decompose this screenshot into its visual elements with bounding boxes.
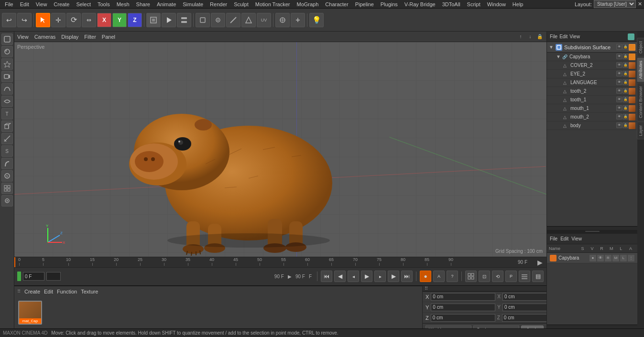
menu-edit[interactable]: Edit: [17, 1, 32, 8]
move-tool[interactable]: ✛: [51, 13, 65, 27]
coord-x-input2[interactable]: [502, 293, 546, 301]
sidebar-mode-material[interactable]: [1, 46, 13, 57]
lang-lock[interactable]: 🔒: [622, 79, 628, 85]
snap-tool[interactable]: [275, 13, 290, 27]
uv-mode[interactable]: UV: [257, 13, 271, 27]
lights-btn[interactable]: 💡: [309, 13, 324, 27]
mouth2-lock[interactable]: 🔒: [622, 114, 628, 120]
next-frame-btn[interactable]: ▸: [374, 271, 386, 282]
current-frame-input[interactable]: [23, 272, 44, 281]
sidebar-mode-paint[interactable]: S: [1, 170, 13, 182]
menu-mograph[interactable]: MoGraph: [294, 1, 321, 8]
menu-simulate[interactable]: Simulate: [180, 1, 206, 8]
attr-a-btn[interactable]: ⋮: [628, 255, 634, 261]
attr-capybara-row[interactable]: Capybara ● 👁 R M L ⋮: [547, 253, 637, 263]
coord-z-input2[interactable]: [502, 314, 546, 322]
body-lock[interactable]: 🔒: [622, 122, 628, 128]
cap-vis[interactable]: 👁: [616, 54, 622, 59]
sidebar-mode-tag[interactable]: T: [1, 108, 13, 120]
tooth1-lock[interactable]: 🔒: [622, 97, 628, 102]
viewport-icon-2[interactable]: ↓: [526, 33, 534, 41]
tree-tooth2[interactable]: △ tooth_2 👁 🔒: [547, 87, 637, 96]
poly-mode[interactable]: [241, 13, 256, 27]
subdivision-row[interactable]: ▼ Subdivision Surface 👁 🔒: [547, 42, 637, 53]
zaxis-btn[interactable]: Z: [128, 13, 142, 27]
sidebar-mode-deformer[interactable]: [1, 96, 13, 107]
lang-vis[interactable]: 👁: [616, 79, 622, 85]
menu-vray[interactable]: V-Ray Bridge: [402, 1, 438, 8]
viewport[interactable]: Z Y X Perspective Grid Spacing : 100 cm: [14, 42, 546, 257]
menu-plugins[interactable]: Plugins: [378, 1, 401, 8]
render-queue[interactable]: [177, 13, 191, 27]
tree-capybara[interactable]: ▼ 🔗 Capybara 👁 🔒: [547, 53, 637, 61]
expand-btn[interactable]: ▤: [532, 271, 544, 282]
goto-end-btn[interactable]: ⏭: [401, 271, 413, 282]
attr-l-btn[interactable]: L: [620, 255, 627, 261]
sidebar-mode-measure[interactable]: [1, 133, 13, 144]
material-item[interactable]: mat_Cap: [18, 301, 42, 325]
redo-button[interactable]: ↪: [17, 13, 32, 27]
scale-tool[interactable]: ⇔: [82, 13, 96, 27]
menu-character[interactable]: Character: [322, 1, 351, 8]
menu-3dtoall[interactable]: 3DToAll: [439, 1, 463, 8]
mat-menu-edit[interactable]: Edit: [44, 289, 53, 294]
edge-mode[interactable]: [226, 13, 240, 27]
scene-menu-file[interactable]: File: [550, 34, 557, 39]
subdiv-vis-btn[interactable]: 👁: [616, 44, 622, 50]
attr-menu-view[interactable]: View: [571, 236, 582, 241]
point-mode[interactable]: [211, 13, 225, 27]
tree-cover2[interactable]: △ COVER_2 👁 🔒: [547, 61, 637, 70]
menu-select[interactable]: Select: [73, 1, 94, 8]
tree-body[interactable]: △ body 👁 🔒: [547, 121, 637, 130]
menu-help[interactable]: Help: [510, 1, 526, 8]
menu-animate[interactable]: Animate: [154, 1, 179, 8]
scene-h-scrollbar[interactable]: [547, 226, 637, 230]
yaxis-btn[interactable]: Y: [112, 13, 127, 27]
menu-tools[interactable]: Tools: [95, 1, 113, 8]
menu-mesh[interactable]: Mesh: [114, 1, 132, 8]
tab-content-browser[interactable]: Content Browser: [637, 83, 644, 121]
preview-btn[interactable]: P: [505, 271, 517, 282]
viewport-menu-view[interactable]: View: [17, 34, 29, 40]
next-key-btn[interactable]: ▶: [388, 271, 399, 282]
mat-thumbnail[interactable]: mat_Cap: [18, 301, 42, 325]
sidebar-mode-spline2[interactable]: S: [1, 145, 13, 157]
viewport-icon-1[interactable]: ↑: [517, 33, 524, 41]
menu-window[interactable]: Window: [484, 1, 509, 8]
grid-btn[interactable]: [465, 271, 477, 282]
rotate-tool[interactable]: ⟳: [66, 13, 81, 27]
start-marker[interactable]: [17, 272, 21, 281]
menu-view[interactable]: View: [33, 1, 50, 8]
subdiv-lock-btn[interactable]: 🔒: [622, 44, 628, 50]
tree-tooth1[interactable]: △ tooth_1 👁 🔒: [547, 96, 637, 104]
snap-frame-btn[interactable]: ⊡: [479, 271, 490, 282]
tooth2-lock[interactable]: 🔒: [622, 88, 628, 94]
frame-input-2[interactable]: [46, 272, 61, 281]
viewport-menu-cameras[interactable]: Cameras: [34, 34, 56, 40]
sidebar-mode-object[interactable]: [1, 33, 13, 45]
attr-menu-edit[interactable]: Edit: [560, 236, 568, 241]
attr-s-btn[interactable]: ●: [589, 255, 596, 261]
attr-r-btn[interactable]: R: [605, 255, 611, 261]
scene-menu-edit[interactable]: Edit: [559, 34, 568, 39]
coord-y-input2[interactable]: [502, 304, 546, 311]
add-obj-btn[interactable]: +: [291, 13, 305, 27]
sidebar-mode-spline[interactable]: [1, 83, 13, 95]
body-vis[interactable]: 👁: [616, 122, 622, 128]
sidebar-mode-cube[interactable]: [1, 120, 13, 132]
cap-lock[interactable]: 🔒: [622, 54, 628, 59]
tooth2-vis[interactable]: 👁: [616, 88, 622, 94]
xaxis-btn[interactable]: X: [97, 13, 111, 27]
timeline-playhead[interactable]: [14, 257, 15, 267]
goto-start-btn[interactable]: ⏮: [321, 271, 332, 282]
menu-file[interactable]: File: [2, 1, 16, 8]
coord-z-input[interactable]: [431, 314, 495, 322]
render-region[interactable]: [146, 13, 161, 27]
menu-motion-tracker[interactable]: Motion Tracker: [252, 1, 293, 8]
attr-h-scrollbar[interactable]: [547, 325, 637, 328]
menu-render[interactable]: Render: [207, 1, 230, 8]
loop-btn[interactable]: ⟲: [492, 271, 503, 282]
sidebar-mode-bend[interactable]: [1, 158, 13, 169]
prev-key-btn[interactable]: ◀: [334, 271, 346, 282]
tooth1-vis[interactable]: 👁: [616, 97, 622, 102]
